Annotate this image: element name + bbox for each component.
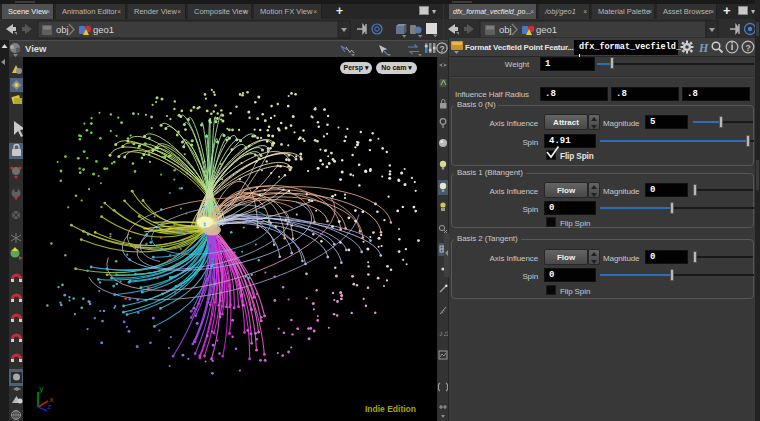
svg-text:?: ? bbox=[746, 43, 751, 53]
svg-text:y: y bbox=[39, 384, 44, 393]
svg-text:geo1: geo1 bbox=[536, 24, 557, 35]
svg-text:geo1: geo1 bbox=[93, 24, 114, 35]
svg-text:?: ? bbox=[440, 44, 445, 54]
svg-text:obj: obj bbox=[499, 24, 512, 35]
svg-text:View: View bbox=[25, 43, 47, 54]
svg-text:z: z bbox=[47, 402, 52, 411]
svg-text:Format Vecfield Point Featur..: Format Vecfield Point Featur... bbox=[465, 43, 574, 52]
svg-text:H: H bbox=[698, 41, 709, 55]
svg-text:obj: obj bbox=[56, 24, 69, 35]
